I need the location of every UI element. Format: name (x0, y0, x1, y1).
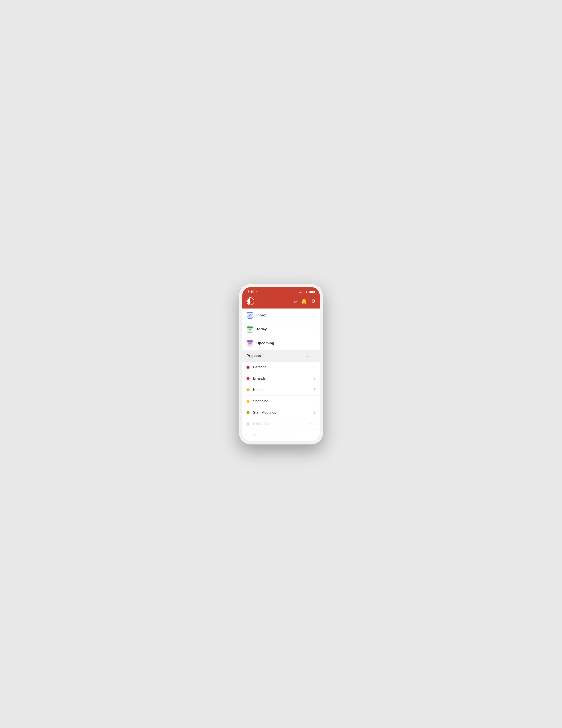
today-label: Today (257, 327, 313, 331)
inbox-label: Inbox (257, 313, 313, 318)
engl332-dot (247, 422, 250, 425)
app-logo (247, 297, 254, 305)
projects-collapse-icon[interactable]: ∨ (306, 354, 309, 358)
upcoming-label: Upcoming (257, 341, 315, 345)
svg-rect-11 (248, 345, 251, 345)
errands-count: 5 (313, 376, 315, 381)
project-item-shopping[interactable]: Shopping 8 (242, 396, 320, 407)
staff-meetings-dot (247, 411, 250, 414)
svg-rect-10 (248, 343, 252, 344)
phone-screen: 7:10 ↗ ▲ (242, 287, 320, 441)
personal-count: 6 (313, 365, 315, 369)
app-header: 3/5 ⌕ 🔔 ⚙ (242, 295, 320, 309)
wifi-icon: ▲ (305, 290, 308, 294)
svg-rect-13 (248, 340, 249, 341)
search-button[interactable]: ⌕ (294, 298, 297, 304)
project-item-errands[interactable]: Errands 5 (242, 373, 320, 384)
nav-item-inbox[interactable]: Inbox 8 (242, 309, 320, 322)
svg-rect-5 (248, 326, 249, 328)
battery-icon (309, 291, 314, 293)
svg-rect-4 (247, 327, 253, 328)
engl332-seminar-count: 3 (313, 433, 315, 437)
header-actions: ⌕ 🔔 ⚙ (294, 298, 315, 304)
errands-dot (247, 377, 250, 380)
engl332-label: ENGL 332 (253, 422, 310, 426)
time-display: 7:10 (248, 290, 254, 294)
svg-rect-2 (247, 316, 253, 318)
nav-items-list: Inbox 8 25 Today 6 (242, 309, 320, 350)
logo-area: 3/5 (247, 297, 262, 305)
health-count: 7 (313, 388, 315, 392)
project-item-health[interactable]: Health 7 (242, 384, 320, 396)
inbox-count: 8 (313, 313, 315, 318)
location-icon: ↗ (255, 290, 258, 294)
projects-section-title: Projects (247, 354, 306, 358)
projects-header: Projects ∨ + (242, 350, 320, 362)
engl332-seminar-dot (253, 434, 256, 437)
notification-button[interactable]: 🔔 (301, 298, 307, 304)
shopping-dot (247, 400, 250, 403)
svg-rect-12 (247, 341, 253, 342)
project-item-engl-332-seminar[interactable]: ENGL 332 Seminar 3 (242, 430, 320, 441)
health-dot (247, 388, 250, 391)
settings-button[interactable]: ⚙ (311, 298, 315, 304)
errands-label: Errands (253, 376, 313, 381)
today-icon: 25 (247, 326, 254, 333)
signal-icon (299, 291, 303, 293)
staff-meetings-count: 2 (313, 410, 315, 415)
nav-item-today[interactable]: 25 Today 6 (242, 322, 320, 336)
status-time: 7:10 ↗ (248, 290, 258, 294)
project-item-personal[interactable]: Personal 6 (242, 362, 320, 373)
shopping-label: Shopping (253, 399, 313, 403)
shopping-count: 8 (313, 399, 315, 403)
personal-label: Personal (253, 365, 313, 369)
svg-rect-6 (251, 326, 252, 328)
health-label: Health (253, 388, 313, 392)
projects-add-button[interactable]: + (313, 353, 315, 359)
today-count: 6 (313, 327, 315, 331)
project-count-header: 3/5 (257, 299, 262, 303)
staff-meetings-label: Staff Meetings (253, 410, 313, 415)
project-item-engl-332[interactable]: ENGL 332 6 ∨ (242, 418, 320, 430)
engl332-expand-icon[interactable]: ∨ (313, 422, 315, 426)
svg-rect-14 (251, 340, 252, 341)
personal-dot (247, 366, 250, 369)
project-item-staff-meetings[interactable]: Staff Meetings 2 (242, 407, 320, 418)
engl332-count: 6 (310, 422, 311, 426)
status-icons: ▲ (299, 290, 314, 294)
svg-rect-9 (248, 342, 252, 343)
engl332-seminar-label: ENGL 332 Seminar (260, 433, 313, 437)
phone-frame: 7:10 ↗ ▲ (239, 284, 323, 444)
nav-item-upcoming[interactable]: Upcoming (242, 336, 320, 350)
status-bar: 7:10 ↗ ▲ (242, 287, 320, 295)
svg-text:25: 25 (249, 329, 251, 331)
projects-list: Personal 6 Errands 5 Health 7 Shopping 8 (242, 362, 320, 441)
upcoming-icon (247, 340, 254, 347)
inbox-icon (247, 312, 254, 319)
